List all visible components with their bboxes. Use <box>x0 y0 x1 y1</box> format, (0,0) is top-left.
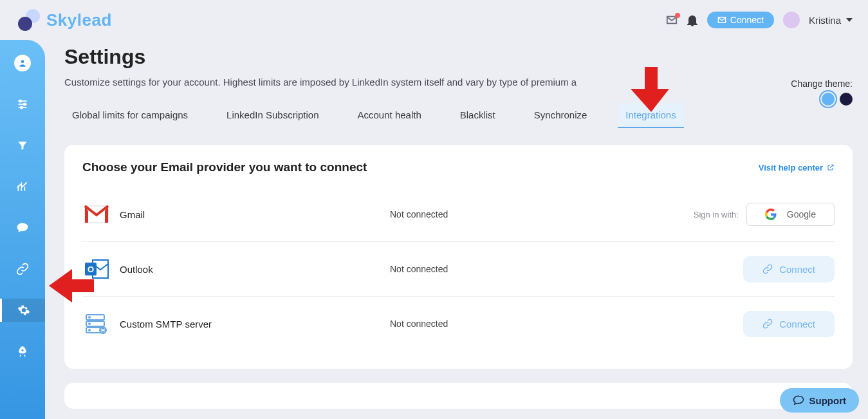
theme-dark-swatch[interactable] <box>840 93 853 106</box>
sidebar-item-filter[interactable] <box>0 134 45 157</box>
brand-logo-icon <box>18 9 40 31</box>
svg-point-0 <box>21 60 24 63</box>
connect-button-label: Connect <box>779 264 815 275</box>
provider-row-smtp: Custom SMTP server Not connected Connect <box>82 297 835 351</box>
google-button-label: Google <box>787 209 816 219</box>
app-header: Skylead Connect Kristina <box>0 0 868 40</box>
integrations-card: Choose your Email provider you want to c… <box>64 145 853 369</box>
sidebar-item-account[interactable] <box>0 51 45 75</box>
annotation-arrow-down <box>631 67 672 112</box>
page-description: Customize settings for your account. Hig… <box>64 77 631 88</box>
settings-tabs: Global limits for campaigns LinkedIn Sub… <box>64 103 853 128</box>
signin-with-label: Sign in with: <box>694 210 739 219</box>
header-connect-label: Connect <box>730 15 764 25</box>
connect-button-label: Connect <box>779 319 815 330</box>
provider-status: Not connected <box>390 209 694 219</box>
support-button[interactable]: Support <box>780 388 860 413</box>
provider-name: Outlook <box>120 264 390 275</box>
tab-global-limits[interactable]: Global limits for campaigns <box>64 103 196 128</box>
page-title: Settings <box>64 45 853 69</box>
tab-linkedin-subscription[interactable]: LinkedIn Subscription <box>219 103 326 128</box>
link-icon <box>762 264 773 274</box>
sidebar-item-link[interactable] <box>0 257 45 281</box>
tab-synchronize[interactable]: Synchronize <box>526 103 595 128</box>
connect-outlook-button[interactable]: Connect <box>743 256 835 283</box>
annotation-arrow-left <box>49 269 94 303</box>
username-label: Kristina <box>809 15 841 26</box>
tab-blacklist[interactable]: Blacklist <box>452 103 503 128</box>
main-content: Settings Customize settings for your acc… <box>64 45 853 409</box>
help-center-label: Visit help center <box>759 163 823 172</box>
google-signin-button[interactable]: Google <box>746 203 835 226</box>
help-center-link[interactable]: Visit help center <box>759 163 835 172</box>
card-title: Choose your Email provider you want to c… <box>82 160 367 174</box>
smtp-icon <box>82 310 111 338</box>
theme-light-swatch[interactable] <box>822 93 835 106</box>
inbox-icon[interactable] <box>666 14 678 26</box>
header-connect-button[interactable]: Connect <box>707 12 774 28</box>
sidebar-item-analytics[interactable] <box>0 175 45 198</box>
connect-smtp-button[interactable]: Connect <box>743 311 835 337</box>
svg-point-14 <box>89 317 90 318</box>
sidebar <box>0 40 45 419</box>
provider-row-outlook: O Outlook Not connected Connect <box>82 242 835 297</box>
sidebar-item-chat[interactable] <box>0 216 45 239</box>
provider-name: Custom SMTP server <box>120 319 390 330</box>
user-menu[interactable]: Kristina <box>809 15 853 26</box>
secondary-card <box>64 383 853 409</box>
sidebar-item-settings[interactable] <box>0 299 45 322</box>
svg-point-16 <box>89 330 90 331</box>
svg-point-4 <box>19 100 21 102</box>
sidebar-item-sliders[interactable] <box>0 93 45 116</box>
chevron-down-icon <box>846 18 853 22</box>
google-icon <box>765 209 777 220</box>
user-avatar[interactable] <box>783 12 800 28</box>
tab-account-health[interactable]: Account health <box>350 103 429 128</box>
theme-label: Change theme: <box>791 79 853 89</box>
gmail-icon <box>82 200 111 228</box>
provider-status: Not connected <box>390 319 743 329</box>
bell-icon[interactable] <box>687 14 698 26</box>
svg-point-5 <box>24 103 26 105</box>
svg-point-6 <box>21 106 23 108</box>
external-link-icon <box>827 163 835 171</box>
support-label: Support <box>809 395 847 406</box>
provider-row-gmail: Gmail Not connected Sign in with: Google <box>82 187 835 242</box>
chat-icon <box>793 395 804 406</box>
svg-point-15 <box>89 323 90 324</box>
provider-status: Not connected <box>390 264 743 274</box>
theme-switcher: Change theme: <box>791 79 853 106</box>
provider-name: Gmail <box>120 209 390 220</box>
link-icon <box>762 319 773 329</box>
brand-name: Skylead <box>46 10 112 30</box>
sidebar-item-rocket[interactable] <box>0 340 45 363</box>
